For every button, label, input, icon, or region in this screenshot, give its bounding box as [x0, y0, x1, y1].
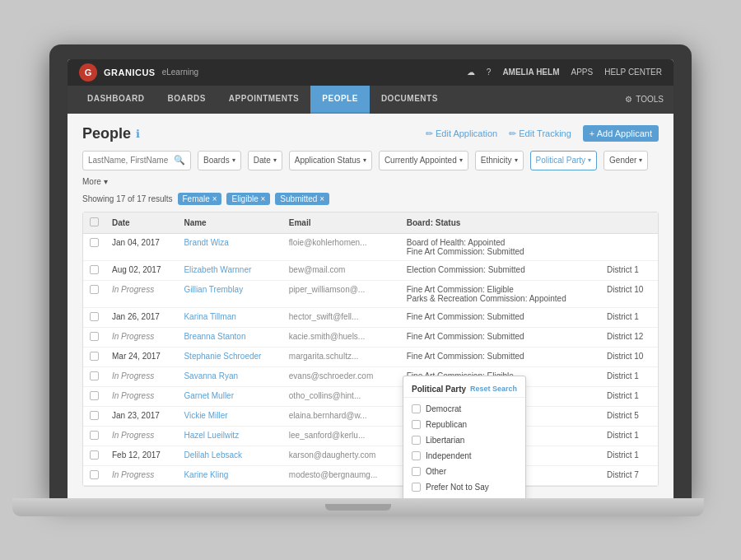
user-name[interactable]: AMELIA HELM: [502, 68, 559, 77]
row-name[interactable]: Karina Tillman: [177, 307, 282, 327]
row-date: Jan 26, 2017: [105, 307, 177, 327]
dropdown-prefer-not[interactable]: Prefer Not to Say: [403, 479, 525, 495]
dropdown-libertarian[interactable]: Libertarian: [403, 432, 525, 448]
table-row: Feb 12, 2017 Delilah Lebsack karson@daug…: [83, 446, 658, 465]
row-checkbox-cell[interactable]: [83, 366, 105, 386]
row-name[interactable]: Gillian Tremblay: [177, 280, 282, 307]
gender-filter[interactable]: Gender ▾: [604, 151, 648, 170]
row-board: Board of Health: AppointedFine Art Commi…: [400, 233, 600, 260]
row-name[interactable]: Savanna Ryan: [177, 366, 282, 386]
reset-search-link[interactable]: Reset Search: [470, 385, 517, 393]
row-board: Fine Art Commission: Submitted: [400, 347, 600, 366]
row-checkbox[interactable]: [90, 265, 99, 274]
row-checkbox[interactable]: [90, 450, 99, 460]
other-checkbox[interactable]: [412, 467, 421, 476]
search-input[interactable]: [88, 156, 170, 165]
row-checkbox-cell[interactable]: [83, 386, 105, 406]
row-name[interactable]: Garnet Muller: [177, 386, 282, 406]
row-date: Mar 24, 2017: [105, 347, 177, 366]
filter-tag-female[interactable]: Female ×: [178, 193, 222, 205]
nav-dashboard[interactable]: DASHBOARD: [76, 86, 156, 114]
boards-filter[interactable]: Boards ▾: [198, 151, 241, 170]
row-checkbox-cell[interactable]: [83, 426, 105, 446]
select-all-header[interactable]: [83, 212, 105, 234]
edit-application-link[interactable]: ✏ Edit Application: [426, 128, 497, 139]
nav-people[interactable]: PEOPLE: [310, 86, 370, 114]
row-district: District 1: [600, 307, 658, 327]
democrat-checkbox[interactable]: [412, 404, 421, 413]
add-applicant-button[interactable]: + Add Applicant: [583, 125, 659, 142]
nav-right: ⚙ TOOLS: [625, 86, 673, 114]
dropdown-democrat[interactable]: Democrat: [403, 401, 525, 417]
row-checkbox[interactable]: [90, 332, 99, 341]
row-checkbox-cell[interactable]: [83, 260, 105, 280]
more-filters-button[interactable]: More ▾: [82, 177, 108, 186]
table-row: Jan 26, 2017 Karina Tillman hector_swift…: [83, 307, 658, 327]
email-header[interactable]: Email: [282, 212, 400, 234]
row-name[interactable]: Breanna Stanton: [177, 327, 282, 347]
tools-button[interactable]: ⚙ TOOLS: [625, 95, 664, 104]
row-checkbox-cell[interactable]: [83, 347, 105, 366]
row-name[interactable]: Hazel Lueilwitz: [177, 426, 282, 446]
select-all-checkbox[interactable]: [90, 217, 99, 226]
apps-label[interactable]: APPS: [571, 68, 593, 77]
search-box[interactable]: 🔍: [82, 151, 191, 170]
dropdown-title: Political Party: [412, 385, 466, 394]
row-checkbox[interactable]: [90, 312, 99, 321]
row-checkbox[interactable]: [90, 411, 99, 420]
row-checkbox-cell[interactable]: [83, 280, 105, 307]
showing-text: Showing 17 of 17 results: [82, 194, 173, 203]
application-status-filter[interactable]: Application Status ▾: [289, 151, 372, 170]
row-name[interactable]: Stephanie Schroeder: [177, 347, 282, 366]
row-checkbox[interactable]: [90, 470, 99, 479]
row-name[interactable]: Elizabeth Warnner: [177, 260, 282, 280]
libertarian-checkbox[interactable]: [412, 436, 421, 445]
edit-tracking-link[interactable]: ✏ Edit Tracking: [509, 128, 571, 139]
board-header[interactable]: Board: Status: [400, 212, 600, 234]
dropdown-other[interactable]: Other: [403, 464, 525, 479]
political-party-dropdown: Political Party Reset Search Democrat Re…: [403, 376, 526, 498]
row-board: Election Commission: Submitted: [400, 260, 600, 280]
nav-appointments[interactable]: APPOINTMENTS: [217, 86, 310, 114]
filter-tag-submitted[interactable]: Submitted ×: [275, 193, 329, 205]
republican-checkbox[interactable]: [412, 420, 421, 429]
dropdown-independent[interactable]: Independent: [403, 448, 525, 464]
boards-arrow: ▾: [232, 156, 235, 164]
filter-tag-eligible[interactable]: Eligible ×: [226, 193, 270, 205]
date-arrow: ▾: [273, 156, 277, 164]
nav-documents[interactable]: DOCUMENTS: [370, 86, 450, 114]
row-checkbox[interactable]: [90, 285, 99, 294]
row-checkbox-cell[interactable]: [83, 327, 105, 347]
row-district: [600, 233, 658, 260]
date-header[interactable]: Date: [105, 212, 177, 234]
row-checkbox[interactable]: [90, 391, 99, 400]
nav-boards[interactable]: BOARDS: [156, 86, 217, 114]
row-checkbox[interactable]: [90, 238, 99, 247]
currently-appointed-filter[interactable]: Currently Appointed ▾: [379, 151, 468, 170]
row-checkbox-cell[interactable]: [83, 446, 105, 465]
prefer-not-checkbox[interactable]: [412, 483, 421, 492]
gender-arrow: ▾: [639, 156, 642, 164]
row-name[interactable]: Karine Kling: [177, 465, 282, 485]
dropdown-republican[interactable]: Republican: [403, 417, 525, 432]
row-checkbox[interactable]: [90, 352, 99, 361]
table-row: In Progress Breanna Stanton kacie.smith@…: [83, 327, 658, 347]
date-filter[interactable]: Date ▾: [248, 151, 282, 170]
name-header[interactable]: Name: [177, 212, 282, 234]
help-label[interactable]: HELP CENTER: [604, 68, 662, 77]
independent-checkbox[interactable]: [412, 451, 421, 460]
row-checkbox-cell[interactable]: [83, 233, 105, 260]
row-name[interactable]: Brandt Wiza: [177, 233, 282, 260]
political-party-filter[interactable]: Political Party ▾: [530, 151, 598, 170]
page-title: People: [82, 125, 131, 142]
row-checkbox[interactable]: [90, 431, 99, 440]
app-sub: eLearning: [162, 68, 198, 77]
ethnicity-filter[interactable]: Ethnicity ▾: [475, 151, 524, 170]
row-checkbox[interactable]: [90, 371, 99, 380]
row-checkbox-cell[interactable]: [83, 406, 105, 426]
row-checkbox-cell[interactable]: [83, 465, 105, 485]
row-name[interactable]: Vickie Miller: [177, 406, 282, 426]
row-checkbox-cell[interactable]: [83, 307, 105, 327]
row-name[interactable]: Delilah Lebsack: [177, 446, 282, 465]
row-date: Aug 02, 2017: [105, 260, 177, 280]
